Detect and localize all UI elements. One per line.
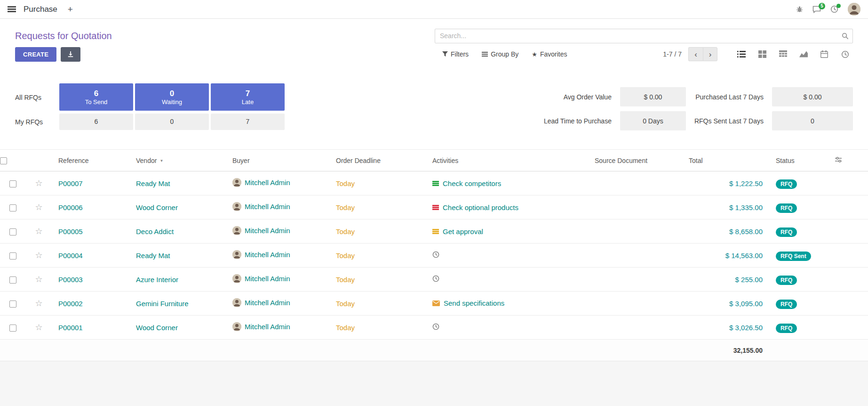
activity-cell[interactable]: Check optional products [432,203,518,211]
order-deadline: Today [336,276,355,284]
row-checkbox[interactable] [9,228,16,235]
activity-cell[interactable]: Get approval [432,227,483,235]
activity-cell[interactable] [432,251,443,258]
row-checkbox[interactable] [9,325,16,332]
row-checkbox[interactable] [9,180,16,187]
favorite-star-icon[interactable]: ☆ [35,275,42,284]
activities-icon[interactable] [830,5,838,13]
filters-button[interactable]: Filters [442,50,469,58]
list-view-button[interactable] [733,47,749,61]
favorite-star-icon[interactable]: ☆ [35,323,42,332]
vendor-link[interactable]: Azure Interior [136,276,178,284]
buyer-link[interactable]: Mitchell Admin [245,251,290,259]
search-icon[interactable] [842,32,849,41]
favorite-star-icon[interactable]: ☆ [35,227,42,236]
column-header-reference[interactable]: Reference [52,150,129,171]
reference-link[interactable]: P00004 [58,252,83,260]
favorites-button[interactable]: ★ Favorites [532,50,567,58]
buyer-avatar [232,250,241,259]
new-tab-plus-icon[interactable]: + [68,5,73,14]
column-header-source-document[interactable]: Source Document [588,150,682,171]
buyer-link[interactable]: Mitchell Admin [245,227,290,235]
table-row[interactable]: ☆ P00004 Ready Mat Mitchell Admin Today … [0,244,868,268]
select-all-checkbox[interactable] [0,157,7,164]
app-menu-purchase[interactable]: Purchase [24,5,57,14]
kanban-view-button[interactable] [754,47,770,61]
pager-range: 1-7 / 7 [663,50,682,58]
envelope-icon [432,300,440,306]
favorite-star-icon[interactable]: ☆ [35,179,42,188]
favorite-star-icon[interactable]: ☆ [35,203,42,212]
reference-link[interactable]: P00002 [58,300,83,308]
table-row[interactable]: ☆ P00007 Ready Mat Mitchell Admin Today … [0,171,868,195]
favorite-star-icon[interactable]: ☆ [35,251,42,260]
reference-link[interactable]: P00007 [58,179,83,187]
buyer-link[interactable]: Mitchell Admin [245,179,290,187]
create-button[interactable]: CREATE [15,47,56,62]
card-late[interactable]: 7 Late [211,83,285,111]
debug-bug-icon[interactable] [796,6,803,13]
row-checkbox[interactable] [9,252,16,260]
vendor-link[interactable]: Ready Mat [136,252,170,260]
vendor-link[interactable]: Wood Corner [136,324,178,332]
reference-link[interactable]: P00003 [58,276,83,284]
card-waiting[interactable]: 0 Waiting [135,83,209,111]
total-amount: $ 8,658.00 [729,227,763,235]
table-row[interactable]: ☆ P00003 Azure Interior Mitchell Admin T… [0,268,868,292]
my-late-cell[interactable]: 7 [211,114,285,130]
column-header-vendor[interactable]: Vendor▼ [129,150,226,171]
reference-link[interactable]: P00005 [58,227,83,235]
export-button[interactable] [61,47,80,62]
calendar-view-button[interactable] [816,47,832,61]
order-deadline: Today [336,227,355,235]
user-avatar[interactable] [848,3,860,16]
graph-view-button[interactable] [796,47,812,61]
activity-cell[interactable] [432,275,443,282]
total-amount: $ 1,222.50 [729,179,763,187]
favorite-star-icon[interactable]: ☆ [35,299,42,308]
pager-previous-button[interactable]: ‹ [688,47,703,61]
column-header-total[interactable]: Total [682,150,769,171]
column-header-status[interactable]: Status [769,150,828,171]
row-checkbox[interactable] [9,276,16,284]
column-header-activities[interactable]: Activities [426,150,588,171]
table-row[interactable]: ☆ P00005 Deco Addict Mitchell Admin Toda… [0,219,868,244]
card-to-send[interactable]: 6 To Send [59,83,133,111]
vendor-link[interactable]: Ready Mat [136,179,170,187]
table-row[interactable]: ☆ P00002 Gemini Furniture Mitchell Admin… [0,292,868,316]
table-row[interactable]: ☆ P00001 Wood Corner Mitchell Admin Toda… [0,316,868,340]
row-checkbox[interactable] [9,300,16,308]
reference-link[interactable]: P00006 [58,203,83,211]
my-to-send-cell[interactable]: 6 [59,114,133,130]
activity-cell[interactable]: Check competitors [432,179,501,187]
table-footer-row: 32,155.00 [0,340,868,361]
activity-link[interactable]: Get approval [443,227,483,235]
reference-link[interactable]: P00001 [58,324,83,332]
activity-link[interactable]: Check competitors [443,179,501,187]
table-row[interactable]: ☆ P00006 Wood Corner Mitchell Admin Toda… [0,195,868,219]
pager-next-button[interactable]: › [703,47,717,61]
activity-view-button[interactable] [837,47,853,61]
buyer-link[interactable]: Mitchell Admin [245,323,290,331]
column-header-order-deadline[interactable]: Order Deadline [329,150,426,171]
optional-columns-button[interactable] [828,150,868,171]
pivot-view-button[interactable] [775,47,791,61]
activity-link[interactable]: Check optional products [443,203,518,211]
row-checkbox[interactable] [9,204,16,211]
activity-link[interactable]: Send specifications [444,299,504,307]
apps-menu-icon[interactable] [8,6,16,12]
vendor-link[interactable]: Deco Addict [136,227,174,235]
column-header-buyer[interactable]: Buyer [226,150,329,171]
buyer-link[interactable]: Mitchell Admin [245,299,290,307]
my-waiting-cell[interactable]: 0 [135,114,209,130]
group-by-button[interactable]: Group By [482,50,518,58]
tasks-icon [432,205,439,210]
activity-cell[interactable] [432,323,443,330]
buyer-link[interactable]: Mitchell Admin [245,275,290,283]
messages-icon[interactable]: 5 [812,6,821,13]
search-input[interactable] [435,29,853,43]
vendor-link[interactable]: Gemini Furniture [136,300,189,308]
vendor-link[interactable]: Wood Corner [136,203,178,211]
buyer-link[interactable]: Mitchell Admin [245,203,290,211]
activity-cell[interactable]: Send specifications [432,299,504,307]
